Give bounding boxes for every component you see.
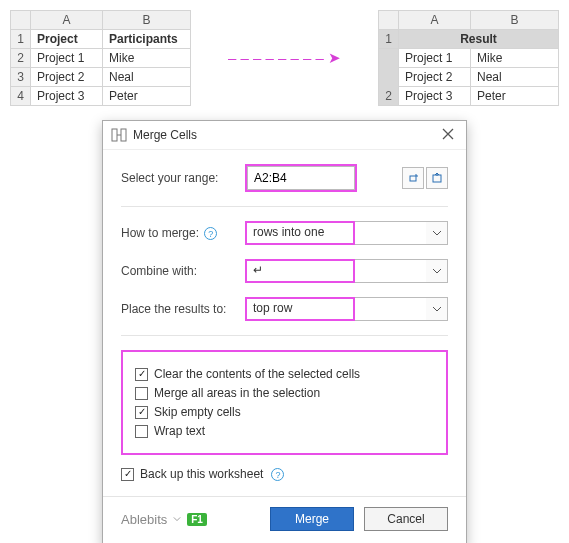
row-num: 2 xyxy=(11,49,31,68)
svg-rect-2 xyxy=(410,176,416,181)
merge-button[interactable]: Merge xyxy=(270,507,354,531)
merge-all-label: Merge all areas in the selection xyxy=(154,386,320,400)
arrow-icon: – – – – – – – – ➤ xyxy=(199,49,370,67)
cell[interactable]: Project 1 xyxy=(31,49,103,68)
combine-select[interactable]: ↵ xyxy=(247,261,353,281)
col-header-b: B xyxy=(471,11,559,30)
result-header[interactable]: Result xyxy=(399,30,559,49)
wrap-text-checkbox[interactable] xyxy=(135,425,148,438)
expand-range-button[interactable] xyxy=(426,167,448,189)
chevron-down-icon[interactable] xyxy=(426,297,448,321)
cell[interactable]: Neal xyxy=(471,68,559,87)
chevron-down-icon[interactable] xyxy=(426,259,448,283)
place-select[interactable]: top row xyxy=(247,299,353,319)
cell[interactable]: Mike xyxy=(103,49,191,68)
cell[interactable]: Project 1 xyxy=(399,49,471,68)
cell[interactable]: Mike xyxy=(471,49,559,68)
row-num: 1 xyxy=(11,30,31,49)
chevron-down-icon[interactable] xyxy=(426,221,448,245)
help-icon[interactable]: ? xyxy=(204,227,217,240)
clear-contents-label: Clear the contents of the selected cells xyxy=(154,367,360,381)
svg-rect-1 xyxy=(121,129,126,141)
cell[interactable]: Peter xyxy=(103,87,191,106)
f1-badge[interactable]: F1 xyxy=(187,513,207,526)
skip-empty-label: Skip empty cells xyxy=(154,405,241,419)
result-table: A B 1 Result Project 1 Mike Project 2 Ne… xyxy=(378,10,559,106)
row-num xyxy=(379,68,399,87)
backup-label: Back up this worksheet xyxy=(140,467,263,481)
col-header-a: A xyxy=(31,11,103,30)
cancel-button[interactable]: Cancel xyxy=(364,507,448,531)
range-label: Select your range: xyxy=(121,171,237,185)
row-num: 1 xyxy=(379,30,399,49)
how-select[interactable]: rows into one xyxy=(247,223,353,243)
corner-cell xyxy=(379,11,399,30)
source-table: A B 1 Project Participants 2 Project 1 M… xyxy=(10,10,191,106)
range-input[interactable] xyxy=(247,166,355,190)
how-label: How to merge: ? xyxy=(121,226,237,240)
wrap-text-label: Wrap text xyxy=(154,424,205,438)
place-label: Place the results to: xyxy=(121,302,237,316)
svg-rect-0 xyxy=(112,129,117,141)
svg-rect-3 xyxy=(433,175,441,182)
options-group: Clear the contents of the selected cells… xyxy=(121,350,448,455)
corner-cell xyxy=(11,11,31,30)
merge-cells-icon xyxy=(111,127,127,143)
collapse-range-button[interactable] xyxy=(402,167,424,189)
dialog-title: Merge Cells xyxy=(133,128,438,142)
row-num: 4 xyxy=(11,87,31,106)
cell[interactable]: Project xyxy=(31,30,103,49)
combine-label: Combine with: xyxy=(121,264,237,278)
cell[interactable]: Participants xyxy=(103,30,191,49)
cell[interactable]: Project 3 xyxy=(399,87,471,106)
row-num: 3 xyxy=(11,68,31,87)
cell[interactable]: Project 2 xyxy=(31,68,103,87)
merge-cells-dialog: Merge Cells Select your range: xyxy=(102,120,467,543)
merge-all-checkbox[interactable] xyxy=(135,387,148,400)
close-button[interactable] xyxy=(438,127,458,143)
row-num xyxy=(379,49,399,68)
chevron-down-icon xyxy=(173,516,181,522)
help-icon[interactable]: ? xyxy=(271,468,284,481)
row-num: 2 xyxy=(379,87,399,106)
backup-checkbox[interactable] xyxy=(121,468,134,481)
brand-label[interactable]: Ablebits F1 xyxy=(121,512,207,527)
col-header-a: A xyxy=(399,11,471,30)
cell[interactable]: Peter xyxy=(471,87,559,106)
clear-contents-checkbox[interactable] xyxy=(135,368,148,381)
cell[interactable]: Project 2 xyxy=(399,68,471,87)
cell[interactable]: Neal xyxy=(103,68,191,87)
skip-empty-checkbox[interactable] xyxy=(135,406,148,419)
cell[interactable]: Project 3 xyxy=(31,87,103,106)
col-header-b: B xyxy=(103,11,191,30)
